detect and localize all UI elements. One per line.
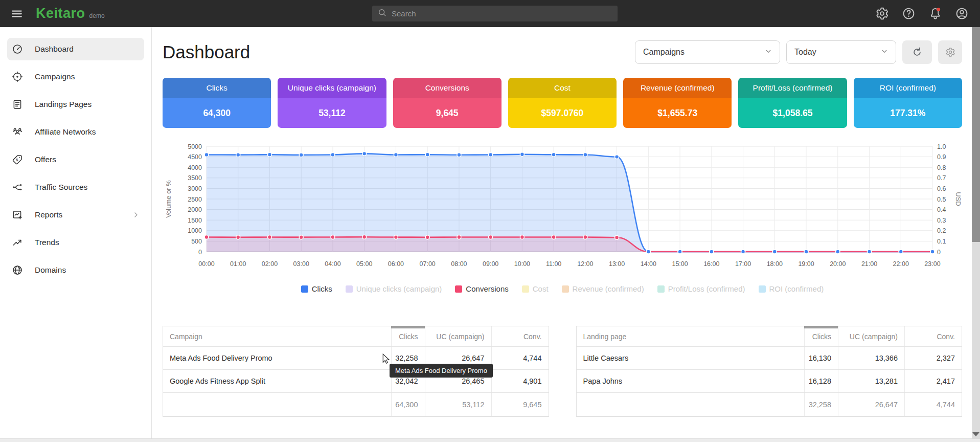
sidebar-item-label: Offers (35, 155, 56, 164)
chart-legend: ClicksUnique clicks (campaign)Conversion… (163, 284, 962, 293)
table-row: Little Caesars16,13013,3662,327 (577, 347, 962, 370)
legend-swatch (346, 285, 353, 293)
scrollbar-thumb[interactable] (972, 27, 980, 242)
stat-card-revenue-confirmed-[interactable]: Revenue (confirmed)$1,655.73 (623, 78, 732, 128)
totals-value-cell: 26,647 (838, 393, 904, 416)
legend-swatch (759, 285, 766, 293)
column-header-uc-campaign-[interactable]: UC (campaign) (425, 326, 491, 346)
trends-icon (12, 237, 23, 248)
legend-item-cost[interactable]: Cost (522, 284, 549, 293)
svg-text:$: $ (16, 158, 18, 162)
legend-label: Conversions (466, 284, 508, 293)
column-header-conv-[interactable]: Conv. (904, 326, 962, 346)
row-name-cell[interactable]: Meta Ads Food Delivery Promo (163, 347, 391, 369)
legend-swatch (522, 285, 529, 293)
stats-row: Clicks64,300Unique clicks (campaign)53,1… (163, 78, 962, 128)
svg-text:0.6: 0.6 (937, 185, 946, 192)
stat-card-cost[interactable]: Cost$597.0760 (508, 78, 617, 128)
account-icon[interactable] (955, 7, 969, 20)
column-header-clicks[interactable]: Clicks (391, 326, 425, 346)
svg-text:1000: 1000 (188, 227, 202, 234)
app-logo[interactable]: Keitaro demo (36, 6, 105, 21)
search-box[interactable] (372, 6, 618, 21)
legend-swatch (301, 285, 308, 293)
row-name-cell[interactable]: Papa Johns (577, 370, 805, 392)
svg-text:20:00: 20:00 (830, 260, 846, 268)
legend-item-unique-clicks-campaign-[interactable]: Unique clicks (campaign) (346, 284, 442, 293)
legend-item-revenue-confirmed-[interactable]: Revenue (confirmed) (562, 284, 644, 293)
horizontal-scrollbar[interactable] (0, 438, 980, 442)
scroll-down-arrow[interactable] (972, 432, 979, 436)
svg-text:0.9: 0.9 (937, 153, 946, 161)
page-header: Dashboard Campaigns Today (163, 39, 962, 65)
stat-card-clicks[interactable]: Clicks64,300 (163, 78, 271, 128)
search-input[interactable] (392, 9, 612, 18)
column-header-campaign[interactable]: Campaign (163, 326, 391, 346)
sidebar-item-landings-pages[interactable]: Landings Pages (7, 93, 144, 116)
brand-name: Keitaro (36, 6, 85, 21)
chevron-right-icon (132, 211, 140, 219)
legend-label: Cost (533, 284, 549, 293)
svg-text:06:00: 06:00 (388, 260, 404, 268)
svg-text:3500: 3500 (188, 174, 202, 182)
mouse-cursor (380, 353, 392, 366)
refresh-button[interactable] (902, 40, 932, 64)
legend-label: Revenue (confirmed) (573, 284, 644, 293)
sidebar-item-trends[interactable]: Trends (7, 231, 144, 254)
legend-item-roi-confirmed-[interactable]: ROI (confirmed) (759, 284, 824, 293)
svg-text:01:00: 01:00 (230, 260, 246, 268)
column-header-uc-campaign-[interactable]: UC (campaign) (838, 326, 904, 346)
stat-card-profit-loss-confirmed-[interactable]: Profit/Loss (confirmed)$1,058.65 (738, 78, 847, 128)
svg-text:0.5: 0.5 (937, 196, 946, 203)
sidebar-item-reports[interactable]: Reports (7, 204, 144, 226)
legend-item-conversions[interactable]: Conversions (455, 284, 508, 293)
legend-item-profit-loss-confirmed-[interactable]: Profit/Loss (confirmed) (657, 284, 745, 293)
vertical-scrollbar[interactable] (972, 27, 980, 438)
domains-icon (12, 264, 23, 276)
legend-label: Clicks (312, 284, 332, 293)
sidebar-item-domains[interactable]: Domains (7, 259, 144, 281)
svg-text:05:00: 05:00 (356, 260, 372, 268)
svg-text:16:00: 16:00 (703, 260, 719, 268)
grouping-select[interactable]: Campaigns (635, 40, 780, 64)
sidebar: DashboardCampaignsLandings PagesAffiliat… (0, 27, 152, 438)
help-icon[interactable] (902, 7, 916, 20)
main-content: Dashboard Campaigns Today Clicks64,300Un… (152, 27, 980, 438)
brand-badge: demo (89, 12, 105, 19)
row-name-cell[interactable]: Google Ads Fitness App Split (163, 370, 391, 392)
daterange-select[interactable]: Today (786, 40, 896, 64)
sidebar-item-label: Traffic Sources (35, 183, 87, 192)
sidebar-item-traffic-sources[interactable]: Traffic Sources (7, 176, 144, 198)
notifications-icon[interactable] (928, 7, 942, 20)
sidebar-item-affiliate-networks[interactable]: Affiliate Networks (7, 121, 144, 143)
legend-item-clicks[interactable]: Clicks (301, 284, 332, 293)
column-header-landing-page[interactable]: Landing page (577, 326, 805, 346)
menu-icon[interactable] (9, 6, 25, 21)
stat-card-roi-confirmed-[interactable]: ROI (confirmed)177.31% (854, 78, 962, 128)
stat-card-unique-clicks-campaign-[interactable]: Unique clicks (campaign)53,112 (278, 78, 386, 128)
landing-pages-table: Landing pageClicksUC (campaign)Conv.Litt… (576, 326, 963, 417)
svg-text:21:00: 21:00 (861, 260, 877, 268)
stat-card-conversions[interactable]: Conversions9,645 (393, 78, 502, 128)
totals-value-cell: 64,300 (391, 393, 425, 416)
row-value-cell: 4,901 (491, 370, 549, 392)
topbar-icons (875, 0, 969, 27)
sidebar-item-offers[interactable]: $Offers (7, 148, 144, 171)
settings-icon[interactable] (875, 7, 889, 20)
svg-text:0: 0 (198, 249, 202, 256)
svg-text:500: 500 (191, 238, 202, 245)
sidebar-item-dashboard[interactable]: Dashboard (7, 38, 144, 60)
dashboard-settings-button[interactable] (938, 40, 962, 64)
search-icon (377, 8, 387, 19)
row-value-cell: 16,130 (804, 347, 838, 369)
svg-text:23:00: 23:00 (924, 260, 940, 268)
totals-value-cell: 9,645 (491, 393, 549, 416)
row-name-cell[interactable]: Little Caesars (577, 347, 805, 369)
stat-label: Cost (508, 78, 617, 98)
svg-text:5000: 5000 (188, 143, 202, 150)
column-header-conv-[interactable]: Conv. (491, 326, 549, 346)
sidebar-item-campaigns[interactable]: Campaigns (7, 65, 144, 88)
table-header-row: Landing pageClicksUC (campaign)Conv. (577, 326, 962, 347)
column-header-clicks[interactable]: Clicks (804, 326, 838, 346)
svg-text:4500: 4500 (188, 153, 202, 161)
